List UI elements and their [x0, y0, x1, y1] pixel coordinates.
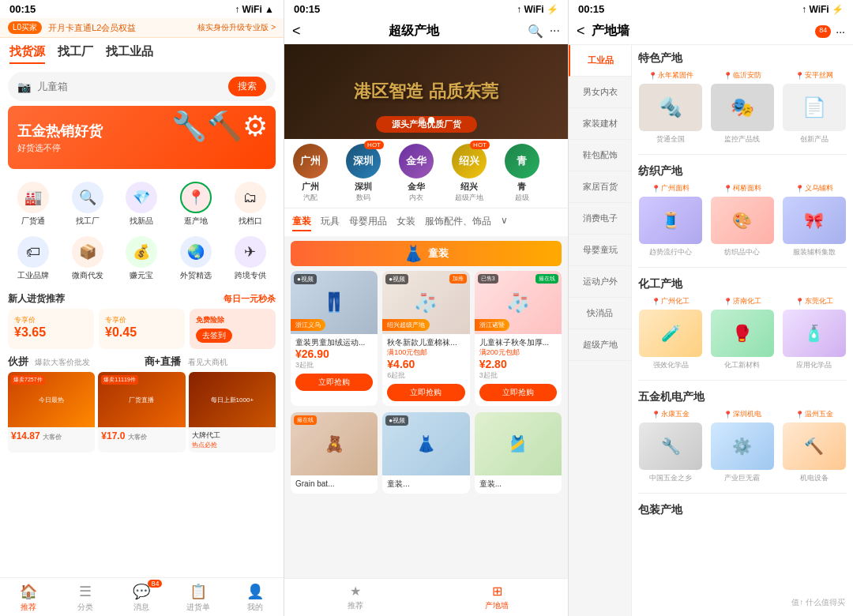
city-tab-jinhua[interactable]: 金华 金华 内衣 [390, 139, 442, 208]
dot-2 [428, 117, 434, 123]
p2-product-4[interactable]: 👗 ●视频 童装... [382, 412, 469, 494]
p2-product-1[interactable]: 🧦 ●视频 加推 绍兴超级产地 秋冬新款儿童棉袜... 满100元包邮 ¥4.6… [382, 271, 469, 406]
p3-card-2-0[interactable]: 📍广州化工 🧪 强效化学品 [638, 296, 704, 370]
p3-card-3-1[interactable]: 📍深圳机电 ⚙️ 产业巨无霸 [710, 409, 776, 483]
elec-sz-img: ⚙️ [732, 437, 752, 456]
promo-card-2[interactable]: 免费险除 去签到 [190, 309, 276, 349]
p3-main: 特色产地 📍永年紧固件 🔩 货通全国 📍临沂安防 🎭 监控产品线 [632, 45, 853, 616]
p2-banner: 港区智造 品质东莞 源头产地优质厂货 [284, 44, 568, 139]
p2-desc-3: Grain bat... [295, 479, 373, 489]
nav-tab-0[interactable]: 找货源 [9, 44, 45, 64]
p2-product-5[interactable]: 🎽 童装... [475, 412, 562, 494]
p2-img-5: 🎽 [475, 412, 562, 475]
p3-card-3-2[interactable]: 📍温州五金 🔨 机电设备 [781, 409, 847, 483]
city-tab-shenzhen[interactable]: 深圳 深圳 数码 HOT [337, 139, 389, 208]
promo-banner[interactable]: 五金热销好货 好货选不停 🔧🔨⚙ [8, 106, 276, 169]
sidebar-item-underwear[interactable]: 男女内衣 [569, 77, 631, 108]
product-item-0[interactable]: 今日最热 爆卖7257件 ¥14.87 大客价 [8, 372, 95, 453]
back-button-3[interactable]: < [577, 23, 585, 39]
city-tab-guangzhou[interactable]: 广州 广州 汽配 [284, 139, 336, 208]
grid-item-origin[interactable]: 📍 逛产地 [171, 178, 222, 230]
section-live-link[interactable]: 看见大商机 [188, 358, 227, 366]
more-icon-3[interactable]: ··· [836, 25, 845, 38]
sidebar-item-sports[interactable]: 运动户外 [569, 266, 631, 298]
p3-card-img-2-1: 🥊 [711, 310, 774, 357]
grid-item-cross-border[interactable]: ✈ 跨境专供 [224, 233, 276, 284]
p2-product-3[interactable]: 🧸 撮在线 Grain bat... [291, 412, 378, 494]
nav-message[interactable]: 84 💬 消息 [114, 578, 171, 616]
p2-product-2[interactable]: 🧦 已售3 撮在线 浙江诸暨 儿童袜子秋冬加厚... 满200元包邮 ¥2.80… [475, 271, 562, 406]
city-tab-shaoxing[interactable]: 绍兴 绍兴 超级产地 HOT [443, 139, 494, 208]
sidebar-item-home[interactable]: 家居百货 [569, 171, 631, 203]
p3-card-img-1-0: 🧵 [639, 197, 702, 244]
product-row-2: 🧸 撮在线 Grain bat... 👗 ●视频 童装... 🎽 [291, 412, 562, 494]
cat-tab-baby[interactable]: 母婴用品 [349, 213, 387, 231]
nav-recommend[interactable]: 🏠 推荐 [0, 578, 57, 616]
user-banner[interactable]: L0买家 开月卡直通L2会员权益 核实身份升级专业版 > [0, 18, 284, 38]
grid-item-dropship[interactable]: 📦 微商代发 [62, 233, 114, 284]
more-icon-2[interactable]: ··· [550, 24, 560, 39]
p3-card-0-1[interactable]: 📍临沂安防 🎭 监控产品线 [710, 70, 776, 145]
nav-category[interactable]: ☰ 分类 [57, 578, 114, 616]
cat-tab-toys[interactable]: 玩具 [321, 213, 340, 231]
cat-tab-women[interactable]: 女装 [396, 213, 415, 231]
p3-sidebar: 工业品 男女内衣 家装建材 鞋包配饰 家居百货 消费电子 母婴童玩 运动户外 快… [569, 45, 632, 616]
sidebar-item-industrial[interactable]: 工业品 [569, 45, 631, 77]
search-button[interactable]: 搜索 [228, 77, 266, 96]
search-icon-2[interactable]: 🔍 [528, 24, 543, 39]
p3-card-0-0[interactable]: 📍永年紧固件 🔩 货通全国 [638, 70, 704, 145]
p2-nav-wall[interactable]: ⊞ 产地墙 [426, 579, 569, 616]
sign-in-button[interactable]: 去签到 [196, 329, 232, 343]
p2-nav-recommend[interactable]: ★ 推荐 [284, 579, 426, 616]
sidebar-item-shoes[interactable]: 鞋包配饰 [569, 140, 631, 171]
sidebar-item-building[interactable]: 家装建材 [569, 108, 631, 140]
buy-btn-2[interactable]: 立即抢购 [479, 384, 557, 401]
nav-order[interactable]: 📋 进货单 [170, 578, 227, 616]
p3-card-3-0[interactable]: 📍永康五金 🔧 中国五金之乡 [638, 409, 704, 483]
promo-card-1[interactable]: 专享价 ¥0.45 [99, 309, 185, 349]
buy-btn-0[interactable]: 立即抢购 [295, 374, 373, 391]
p3-card-1-2[interactable]: 📍义乌辅料 🎀 服装辅料集散 [781, 183, 847, 257]
p3-section-title-1: 纺织产地 [638, 158, 847, 183]
sidebar-item-electronics[interactable]: 消费电子 [569, 203, 631, 235]
promo-card-0[interactable]: 专享价 ¥3.65 [8, 309, 94, 349]
sidebar-item-baby[interactable]: 母婴童玩 [569, 235, 631, 266]
search-input[interactable] [37, 81, 222, 92]
buy-btn-1[interactable]: 立即抢购 [387, 384, 464, 401]
grid-item-store[interactable]: 🗂 找档口 [224, 178, 276, 230]
p3-card-2-1[interactable]: 📍济南化工 🥊 化工新材料 [710, 296, 776, 370]
grid-item-find-factory[interactable]: 🔍 找工厂 [62, 178, 114, 230]
p3-card-1-0[interactable]: 📍广州面料 🧵 趋势流行中心 [638, 183, 704, 257]
nav-tab-1[interactable]: 找工厂 [58, 44, 93, 64]
foreign-icon: 🌏 [180, 236, 212, 268]
grid-item-foreign[interactable]: 🌏 外贸精选 [171, 233, 222, 284]
section-group-buy-sub: 爆款大客价批发 [35, 358, 90, 366]
nav-profile[interactable]: 👤 我的 [227, 578, 284, 616]
sidebar-item-super[interactable]: 超级产地 [569, 329, 631, 361]
p3-card-2-2[interactable]: 📍东莞化工 🧴 应用化学品 [781, 296, 847, 370]
fabric-yw-img: 🎀 [804, 211, 824, 230]
sidebar-item-fmcg[interactable]: 快消品 [569, 298, 631, 329]
grid-item-factory[interactable]: 🏭 厂货通 [8, 178, 59, 230]
grid-item-earn[interactable]: 💰 赚元宝 [116, 233, 167, 284]
promo-sub: 好货选不停 [17, 142, 103, 154]
city-tab-qing[interactable]: 青 青 超级 [496, 139, 547, 208]
verify-button[interactable]: 核实身份升级专业版 > [197, 22, 276, 33]
camera-icon[interactable]: 📷 [17, 81, 31, 93]
promo-card-1-label: 专享价 [105, 315, 178, 325]
p3-card-1-1[interactable]: 📍柯桥面料 🎨 纺织品中心 [710, 183, 776, 257]
cat-tab-children[interactable]: 童装 [292, 213, 311, 231]
grid-item-new-products[interactable]: 💎 找新品 [116, 178, 167, 230]
nav-tab-2[interactable]: 找工业品 [106, 44, 153, 64]
fabric-gz-img: 🧵 [661, 211, 681, 230]
video-badge-4: ●视频 [385, 415, 408, 426]
p2-product-0[interactable]: 👖 ●视频 浙江义乌 童装男童加绒运动... ¥26.90 3起批 立即抢购 [291, 271, 378, 406]
cat-tab-accessories[interactable]: 服饰配件、饰品 [425, 213, 491, 231]
back-button-2[interactable]: < [292, 23, 301, 39]
grid-item-brand[interactable]: 🏷 工业品牌 [8, 233, 59, 284]
product-item-1[interactable]: 厂货直播 爆卖11119件 ¥17.0 大客价 [98, 372, 185, 453]
cat-tab-more[interactable]: ∨ [501, 213, 508, 231]
p3-card-0-2[interactable]: 📍安平丝网 📄 创新产品 [781, 70, 847, 145]
chem-dg-img: 🧴 [804, 324, 824, 343]
product-item-2[interactable]: 每日上新1000+ 大牌代工 热点必抢 [189, 372, 276, 453]
